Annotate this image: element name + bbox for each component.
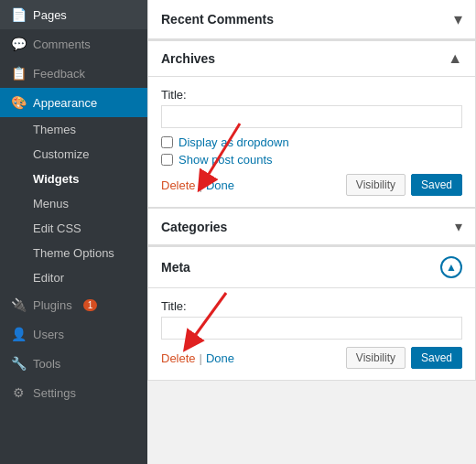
plugins-badge: 1 bbox=[83, 299, 98, 311]
archives-links: Delete | Done bbox=[161, 178, 234, 192]
sidebar-item-users[interactable]: 👤 Users bbox=[0, 319, 147, 349]
comments-icon: 💬 bbox=[11, 37, 26, 51]
sidebar-item-label: Plugins bbox=[33, 298, 72, 312]
plugins-icon: 🔌 bbox=[11, 297, 26, 312]
sidebar-item-label: Appearance bbox=[33, 96, 97, 110]
archives-dropdown-checkbox[interactable] bbox=[161, 136, 173, 148]
archives-counts-label: Show post counts bbox=[178, 153, 273, 167]
archives-counts-checkbox[interactable] bbox=[161, 154, 173, 166]
archives-actions: Delete | Done Visibility Saved bbox=[161, 174, 462, 196]
meta-title: Meta bbox=[161, 260, 190, 275]
archives-header[interactable]: Archives ▲ bbox=[148, 41, 475, 77]
meta-delete-link[interactable]: Delete bbox=[161, 351, 196, 365]
archives-toggle[interactable]: ▲ bbox=[448, 50, 462, 67]
sidebar-item-feedback[interactable]: 📋 Feedback bbox=[0, 59, 147, 88]
feedback-icon: 📋 bbox=[11, 66, 26, 81]
archives-title-input[interactable] bbox=[161, 105, 462, 128]
sidebar-item-theme-options[interactable]: Theme Options bbox=[0, 241, 147, 265]
archives-body: Title: Display as dropdown Show post cou… bbox=[148, 77, 475, 207]
sidebar: 📄 Pages 💬 Comments 📋 Feedback 🎨 Appearan… bbox=[0, 0, 147, 464]
sidebar-item-editor[interactable]: Editor bbox=[0, 265, 147, 290]
meta-buttons: Visibility Saved bbox=[346, 347, 462, 369]
archives-title: Archives bbox=[161, 51, 215, 66]
archives-title-label: Title: bbox=[161, 88, 462, 102]
sidebar-item-label: Tools bbox=[33, 357, 60, 371]
meta-title-label: Title: bbox=[161, 299, 462, 313]
categories-toggle[interactable]: ▾ bbox=[455, 218, 462, 235]
sidebar-item-label: Feedback bbox=[33, 67, 85, 81]
widget-recent-comments: Recent Comments ▾ bbox=[147, 0, 476, 40]
pages-icon: 📄 bbox=[11, 7, 26, 22]
sidebar-item-label: Users bbox=[33, 328, 64, 341]
archives-checkbox-dropdown: Display as dropdown bbox=[161, 135, 462, 149]
recent-comments-title: Recent Comments bbox=[161, 12, 274, 27]
archives-delete-link[interactable]: Delete bbox=[161, 178, 196, 192]
sidebar-item-label: Settings bbox=[33, 386, 76, 400]
sidebar-item-pages[interactable]: 📄 Pages bbox=[0, 0, 147, 29]
archives-dropdown-label: Display as dropdown bbox=[178, 135, 289, 149]
meta-toggle[interactable]: ▲ bbox=[440, 256, 462, 278]
sidebar-item-label: Comments bbox=[33, 38, 91, 51]
archives-visibility-button[interactable]: Visibility bbox=[346, 174, 406, 196]
sidebar-item-themes[interactable]: Themes bbox=[0, 117, 147, 142]
categories-header[interactable]: Categories ▾ bbox=[148, 209, 475, 245]
categories-title: Categories bbox=[161, 220, 227, 234]
meta-visibility-button[interactable]: Visibility bbox=[346, 347, 406, 369]
meta-saved-button[interactable]: Saved bbox=[411, 347, 462, 369]
meta-done-link[interactable]: Done bbox=[206, 351, 234, 365]
archives-saved-button[interactable]: Saved bbox=[411, 174, 462, 196]
sidebar-item-appearance[interactable]: 🎨 Appearance bbox=[0, 88, 147, 117]
recent-comments-header[interactable]: Recent Comments ▾ bbox=[148, 0, 475, 39]
meta-actions: Delete | Done Visibility Saved bbox=[161, 347, 462, 369]
meta-title-input[interactable] bbox=[161, 317, 462, 340]
recent-comments-toggle[interactable]: ▾ bbox=[454, 9, 462, 29]
sidebar-item-label: Pages bbox=[33, 8, 67, 22]
archives-done-link[interactable]: Done bbox=[206, 178, 234, 192]
meta-body: Title: Delete | Done Visibility Saved bbox=[148, 288, 475, 380]
sidebar-item-menus[interactable]: Menus bbox=[0, 191, 147, 216]
archives-checkbox-counts: Show post counts bbox=[161, 153, 462, 167]
sidebar-item-tools[interactable]: 🔧 Tools bbox=[0, 349, 147, 378]
sidebar-item-customize[interactable]: Customize bbox=[0, 142, 147, 167]
sidebar-item-settings[interactable]: ⚙ Settings bbox=[0, 378, 147, 407]
widget-categories: Categories ▾ bbox=[147, 208, 476, 246]
meta-header[interactable]: Meta ▲ bbox=[148, 247, 475, 288]
sidebar-item-widgets[interactable]: Widgets bbox=[0, 167, 147, 191]
appearance-icon: 🎨 bbox=[11, 95, 26, 110]
main-content: Recent Comments ▾ Archives ▲ Title: Disp… bbox=[147, 0, 476, 464]
sidebar-item-edit-css[interactable]: Edit CSS bbox=[0, 216, 147, 241]
sidebar-item-comments[interactable]: 💬 Comments bbox=[0, 29, 147, 59]
settings-icon: ⚙ bbox=[11, 385, 26, 400]
meta-links: Delete | Done bbox=[161, 351, 234, 365]
tools-icon: 🔧 bbox=[11, 356, 26, 371]
widget-meta: Meta ▲ Title: Delete | Done Visibility S… bbox=[147, 246, 476, 381]
archives-buttons: Visibility Saved bbox=[346, 174, 462, 196]
sidebar-item-plugins[interactable]: 🔌 Plugins 1 bbox=[0, 290, 147, 319]
widget-archives: Archives ▲ Title: Display as dropdown Sh… bbox=[147, 40, 476, 208]
users-icon: 👤 bbox=[11, 327, 26, 341]
appearance-submenu: Themes Customize Widgets Menus Edit CSS … bbox=[0, 117, 147, 290]
